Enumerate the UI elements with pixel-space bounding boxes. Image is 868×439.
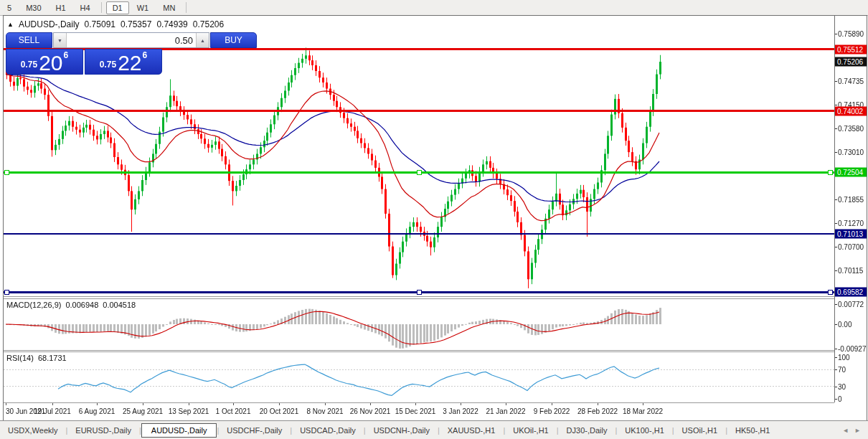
line-handle[interactable] (417, 290, 422, 295)
horizontal-line-0.74002[interactable] (4, 110, 834, 112)
date-axis-label: 13 Sep 2021 (169, 407, 209, 415)
tab-usdcad-daily[interactable]: USDCAD-,Daily (292, 424, 364, 437)
date-axis-label: 6 Aug 2021 (79, 407, 115, 415)
date-axis-label: 8 Nov 2021 (306, 407, 343, 415)
rsi-axis-label: 30 (838, 382, 846, 390)
price-axis-label: 0.71270 (838, 220, 864, 227)
line-handle[interactable] (828, 290, 833, 295)
ohlc-open: 0.75091 (85, 19, 115, 29)
macd-signal-value: 0.004518 (103, 301, 136, 309)
buy-price-prefix: 0.75 (100, 60, 116, 70)
tab-xauusd-h1[interactable]: XAUUSD-,H1 (440, 424, 504, 437)
line-handle[interactable] (417, 170, 422, 175)
tab-usdchf-daily[interactable]: USDCHF-,Daily (219, 424, 290, 437)
date-axis-label: 19 Jul 2021 (34, 407, 71, 415)
price-label-box: 0.75512 (835, 44, 867, 54)
one-click-trading-panel: SELL ▼ ▲ BUY 0.75 20 6 0.75 22 6 (6, 32, 162, 75)
main-macd-splitter[interactable] (4, 296, 834, 297)
chart-symbol-label: AUDUSD-,Daily (19, 19, 80, 29)
tab-eurusd-daily[interactable]: EURUSD-,Daily (67, 424, 139, 437)
rsi-axis-label: 0 (838, 395, 842, 403)
volume-increase-button[interactable]: ▲ (196, 33, 209, 47)
tab-scroll-arrows: ◄► (842, 427, 861, 434)
sell-price-display[interactable]: 0.75 20 6 (6, 49, 83, 75)
sell-price-big: 20 (39, 53, 62, 72)
chart-border-left (3, 15, 4, 421)
date-axis-label: 3 Jan 2022 (443, 407, 478, 415)
date-axis-label: 21 Jan 2022 (486, 407, 525, 415)
tab-uk100-h1[interactable]: UK100-,H1 (617, 424, 671, 437)
buy-price-big: 22 (118, 53, 141, 72)
date-axis-label: 20 Oct 2021 (260, 407, 298, 415)
price-axis-label: 0.71855 (838, 195, 864, 203)
rsi-axis-label: 70 (838, 366, 846, 374)
chart-title: ▲ AUDUSD-,Daily 0.75091 0.75357 0.74939 … (7, 19, 224, 29)
macd-name: MACD(12,26,9) (6, 301, 61, 309)
price-label-box: 0.72504 (835, 168, 867, 177)
rsi-name: RSI(14) (6, 354, 34, 362)
tab-dj30-daily[interactable]: DJ30-,Daily (559, 424, 615, 437)
price-axis-label: 0.73580 (838, 125, 864, 133)
price-axis-label: 0.70700 (838, 242, 864, 250)
volume-spinner: ▼ ▲ (53, 32, 209, 48)
tab-usoil-h1[interactable]: USOil-,H1 (674, 424, 726, 437)
price-axis-label: 0.75890 (838, 30, 864, 38)
date-axis-border (4, 402, 834, 403)
date-axis-label: 1 Oct 2021 (216, 407, 251, 415)
sell-price-prefix: 0.75 (21, 60, 37, 70)
volume-input[interactable] (67, 33, 196, 47)
tab-usdcnh-daily[interactable]: USDCNH-,Daily (366, 424, 438, 437)
macd-rsi-splitter[interactable] (4, 350, 834, 351)
price-label-box: 0.71013 (835, 229, 867, 238)
macd-axis-label: 0.00 (838, 321, 852, 329)
macd-label: MACD(12,26,9) 0.006948 0.004518 (6, 301, 136, 309)
date-axis-label: 28 Feb 2022 (577, 407, 618, 415)
sell-price-sup: 6 (64, 50, 69, 60)
price-label-box: 0.74002 (835, 106, 867, 115)
tab-usdx-weekly[interactable]: USDX,Weekly (0, 424, 65, 437)
tab-scroll-right-icon[interactable]: ► (854, 427, 861, 434)
buy-button[interactable]: BUY (210, 32, 257, 48)
price-label-box: 0.69582 (835, 288, 867, 297)
price-label-box: 0.75206 (835, 57, 867, 67)
macd-axis-label: 0.00772 (838, 301, 864, 308)
ohlc-close: 0.75206 (193, 19, 224, 29)
date-axis-label: 18 Mar 2022 (623, 407, 663, 415)
mt4-window: 5M30H1H4D1W1MN 0.758900.747350.741500.73… (0, 0, 868, 439)
line-handle[interactable] (4, 290, 9, 295)
chart-border-top (3, 15, 867, 16)
rsi-axis-label: 100 (838, 354, 850, 362)
chart-border-right (867, 15, 867, 421)
rsi-label: RSI(14) 68.1731 (6, 354, 67, 362)
macd-panel-top-border (4, 298, 834, 299)
rsi-value: 68.1731 (38, 354, 67, 362)
line-handle[interactable] (828, 170, 833, 175)
date-axis-label: 25 Aug 2021 (123, 407, 163, 415)
horizontal-line-0.71013[interactable] (4, 233, 834, 235)
date-axis-label: 15 Dec 2021 (395, 407, 436, 415)
macd-main-value: 0.006948 (65, 301, 98, 309)
ohlc-low: 0.74939 (156, 19, 187, 29)
buy-price-display[interactable]: 0.75 22 6 (85, 49, 162, 75)
price-axis-label: 0.73010 (838, 148, 864, 156)
macd-axis-label: -0.00927 (838, 344, 866, 352)
chart-tabs-bar: USDX,Weekly|EURUSD-,Daily|AUDUSD-,Daily|… (0, 420, 868, 439)
rsi-panel-top-border (4, 351, 834, 352)
price-axis-label: 0.74735 (838, 77, 864, 85)
line-handle[interactable] (4, 170, 9, 175)
date-axis-label: 26 Nov 2021 (350, 407, 391, 415)
tab-audusd-daily[interactable]: AUDUSD-,Daily (141, 423, 217, 438)
price-axis-label: 0.70115 (838, 267, 863, 275)
buy-price-sup: 6 (143, 50, 148, 60)
tab-scroll-left-icon[interactable]: ◄ (842, 427, 849, 434)
sell-button[interactable]: SELL (6, 32, 52, 48)
tab-hk50-h1[interactable]: HK50-,H1 (727, 424, 778, 437)
tab-ukoil-h1[interactable]: UKOil-,H1 (505, 424, 557, 437)
date-axis-label: 9 Feb 2022 (534, 407, 570, 415)
price-axis-border (834, 16, 835, 402)
volume-decrease-button[interactable]: ▼ (54, 33, 67, 47)
symbol-marker-icon: ▲ (7, 21, 14, 28)
ohlc-high: 0.75357 (121, 19, 151, 29)
